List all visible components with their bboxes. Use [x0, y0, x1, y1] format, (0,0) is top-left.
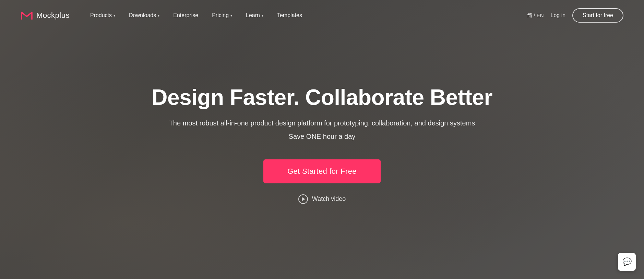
navbar: Mockplus Products ▾ Downloads ▾ Enterpri… — [0, 0, 644, 31]
play-icon — [298, 194, 308, 204]
get-started-button[interactable]: Get Started for Free — [263, 159, 381, 183]
chevron-down-icon: ▾ — [158, 14, 159, 17]
chevron-down-icon: ▾ — [262, 14, 263, 17]
nav-right: 简 / EN Log in Start for free — [527, 8, 623, 23]
nav-item-templates[interactable]: Templates — [270, 9, 309, 22]
hero-content: Design Faster. Collaborate Better The mo… — [152, 31, 492, 279]
watch-video-link[interactable]: Watch video — [298, 194, 346, 204]
language-switcher[interactable]: 简 / EN — [527, 12, 544, 19]
nav-item-pricing[interactable]: Pricing ▾ — [205, 9, 239, 22]
chevron-down-icon: ▾ — [230, 14, 232, 17]
play-triangle — [302, 197, 305, 201]
hero-section: Mockplus Products ▾ Downloads ▾ Enterpri… — [0, 0, 644, 279]
chat-widget[interactable]: 💬 — [618, 253, 636, 271]
chat-icon: 💬 — [622, 257, 632, 266]
login-button[interactable]: Log in — [550, 12, 565, 19]
nav-item-downloads[interactable]: Downloads ▾ — [122, 9, 166, 22]
hero-subtitle: The most robust all-in-one product desig… — [169, 119, 475, 127]
nav-item-learn[interactable]: Learn ▾ — [239, 9, 270, 22]
chevron-down-icon: ▾ — [114, 14, 115, 17]
logo[interactable]: Mockplus — [21, 10, 70, 21]
nav-item-products[interactable]: Products ▾ — [83, 9, 122, 22]
nav-item-enterprise[interactable]: Enterprise — [166, 9, 205, 22]
start-for-free-button[interactable]: Start for free — [572, 8, 623, 23]
hero-title: Design Faster. Collaborate Better — [152, 85, 492, 109]
brand-name: Mockplus — [36, 11, 70, 20]
nav-links: Products ▾ Downloads ▾ Enterprise Pricin… — [83, 9, 527, 22]
watch-video-label: Watch video — [312, 195, 346, 203]
logo-icon — [21, 10, 33, 21]
hero-tagline: Save ONE hour a day — [289, 133, 356, 141]
